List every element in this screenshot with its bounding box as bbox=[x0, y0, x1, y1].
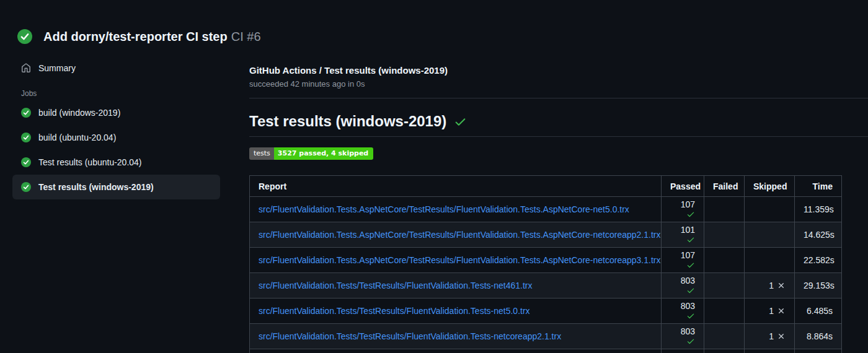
failed-cell bbox=[704, 273, 745, 299]
job-label: build (ubuntu-20.04) bbox=[38, 133, 116, 142]
report-link[interactable]: src/FluentValidation.Tests.AspNetCore/Te… bbox=[259, 204, 629, 214]
sidebar-job-item-0[interactable]: build (windows-2019) bbox=[12, 100, 220, 125]
table-row: src/FluentValidation.Tests.AspNetCore/Te… bbox=[250, 197, 842, 222]
heading-check-icon bbox=[454, 115, 467, 128]
skipped-cell bbox=[745, 222, 795, 248]
job-content: GitHub Actions / Test results (windows-2… bbox=[237, 54, 868, 353]
sidebar-job-item-3[interactable]: Test results (windows-2019) bbox=[12, 175, 220, 199]
failed-cell bbox=[704, 248, 745, 273]
table-row: src/FluentValidation.Tests/TestResults/F… bbox=[250, 273, 842, 299]
run-title: Add dorny/test-reporter CI step bbox=[43, 30, 228, 43]
failed-cell bbox=[704, 222, 745, 248]
skipped-cell bbox=[745, 248, 795, 273]
table-row: src/FluentValidation.Tests/TestResults/F… bbox=[250, 349, 842, 353]
skipped-x-icon bbox=[777, 307, 786, 315]
sidebar-summary-label: Summary bbox=[38, 63, 76, 73]
check-run-title: GitHub Actions / Test results (windows-2… bbox=[249, 65, 868, 76]
sidebar-job-item-2[interactable]: Test results (ubuntu-20.04) bbox=[12, 150, 220, 175]
passed-cell: 107 bbox=[662, 248, 704, 273]
job-success-icon bbox=[21, 157, 31, 167]
column-header-time: Time bbox=[795, 176, 842, 197]
job-success-icon bbox=[21, 182, 31, 192]
skipped-cell: 1 bbox=[745, 273, 795, 299]
job-success-icon bbox=[21, 108, 31, 118]
report-link[interactable]: src/FluentValidation.Tests/TestResults/F… bbox=[259, 281, 532, 290]
time-cell: 6.485s bbox=[795, 299, 842, 324]
skipped-x-icon bbox=[777, 281, 786, 290]
table-row: src/FluentValidation.Tests/TestResults/F… bbox=[250, 324, 842, 349]
passed-check-icon bbox=[686, 286, 695, 295]
time-cell: 8.864s bbox=[795, 324, 842, 349]
time-cell: 7.503s bbox=[795, 349, 842, 353]
section-divider bbox=[249, 98, 868, 98]
skipped-x-icon bbox=[777, 332, 786, 341]
column-header-skipped: Skipped bbox=[745, 176, 795, 197]
tests-badge-label: tests bbox=[249, 147, 274, 160]
sidebar: Summary Jobs build (windows-2019) build … bbox=[0, 54, 237, 199]
tests-badge[interactable]: tests 3527 passed, 4 skipped bbox=[249, 147, 373, 160]
run-success-icon bbox=[17, 29, 32, 44]
table-header-row: Report Passed Failed Skipped Time bbox=[250, 176, 842, 197]
results-table: Report Passed Failed Skipped Time src/Fl… bbox=[249, 175, 842, 353]
passed-check-icon bbox=[686, 210, 695, 219]
passed-cell: 803 bbox=[662, 324, 704, 349]
report-link[interactable]: src/FluentValidation.Tests.AspNetCore/Te… bbox=[259, 255, 660, 265]
failed-cell bbox=[704, 349, 745, 353]
jobs-list: build (windows-2019) build (ubuntu-20.04… bbox=[12, 100, 237, 199]
passed-cell: 803 bbox=[662, 299, 704, 324]
time-cell: 11.359s bbox=[795, 197, 842, 222]
table-row: src/FluentValidation.Tests.AspNetCore/Te… bbox=[250, 222, 842, 248]
column-header-failed: Failed bbox=[704, 176, 745, 197]
jobs-section-label: Jobs bbox=[21, 89, 237, 98]
skipped-cell: 1 bbox=[745, 349, 795, 353]
column-header-report: Report bbox=[250, 176, 662, 197]
passed-cell: 101 bbox=[662, 222, 704, 248]
failed-cell bbox=[704, 324, 745, 349]
job-label: build (windows-2019) bbox=[38, 108, 120, 118]
report-link[interactable]: src/FluentValidation.Tests.AspNetCore/Te… bbox=[259, 230, 660, 240]
check-run-status: succeeded 42 minutes ago in 0s bbox=[249, 79, 868, 89]
section-title: Test results (windows-2019) bbox=[249, 113, 446, 130]
run-number: CI #6 bbox=[231, 30, 261, 43]
passed-cell: 107 bbox=[662, 197, 704, 222]
job-label: Test results (ubuntu-20.04) bbox=[38, 157, 142, 167]
failed-cell bbox=[704, 299, 745, 324]
passed-check-icon bbox=[686, 337, 695, 346]
skipped-cell: 1 bbox=[745, 299, 795, 324]
run-header: Add dorny/test-reporter CI stepCI #6 bbox=[0, 0, 868, 54]
sidebar-job-item-1[interactable]: build (ubuntu-20.04) bbox=[12, 125, 220, 150]
skipped-cell: 1 bbox=[745, 324, 795, 349]
passed-cell: 803 bbox=[662, 273, 704, 299]
column-header-passed: Passed bbox=[662, 176, 704, 197]
failed-cell bbox=[704, 197, 745, 222]
job-success-icon bbox=[21, 133, 31, 142]
time-cell: 22.582s bbox=[795, 248, 842, 273]
time-cell: 14.625s bbox=[795, 222, 842, 248]
passed-check-icon bbox=[686, 235, 695, 244]
report-link[interactable]: src/FluentValidation.Tests/TestResults/F… bbox=[259, 306, 530, 316]
section-heading: Test results (windows-2019) bbox=[249, 113, 868, 137]
passed-check-icon bbox=[686, 312, 695, 320]
tests-badge-value: 3527 passed, 4 skipped bbox=[274, 147, 373, 160]
passed-check-icon bbox=[686, 261, 695, 269]
report-link[interactable]: src/FluentValidation.Tests/TestResults/F… bbox=[259, 331, 561, 341]
sidebar-item-summary[interactable]: Summary bbox=[12, 57, 220, 79]
skipped-cell bbox=[745, 197, 795, 222]
table-row: src/FluentValidation.Tests/TestResults/F… bbox=[250, 299, 842, 324]
home-icon bbox=[21, 63, 31, 73]
time-cell: 29.153s bbox=[795, 273, 842, 299]
table-row: src/FluentValidation.Tests.AspNetCore/Te… bbox=[250, 248, 842, 273]
passed-cell: 803 bbox=[662, 349, 704, 353]
job-label: Test results (windows-2019) bbox=[38, 182, 154, 192]
